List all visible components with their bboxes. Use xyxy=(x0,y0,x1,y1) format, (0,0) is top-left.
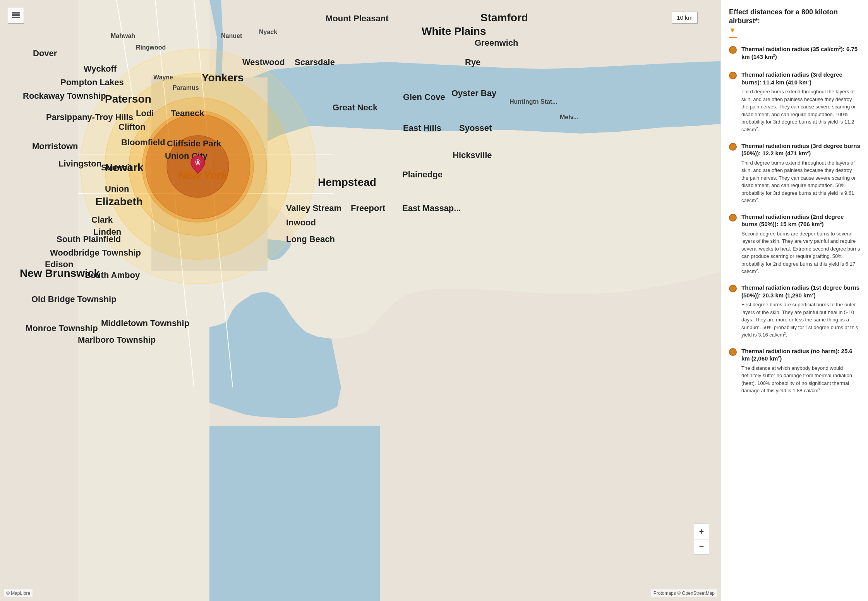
label-morristown: Morristown xyxy=(32,141,78,151)
label-mahwah: Mahwah xyxy=(111,33,135,39)
effect-content-5: Thermal radiation radius (1st degree bur… xyxy=(741,284,860,339)
label-teaneck: Teaneck xyxy=(171,108,204,118)
label-summit: Summit xyxy=(101,163,132,172)
effect-title-6: Thermal radiation radius (no harm): 25.6… xyxy=(741,347,860,362)
panel-divider xyxy=(729,37,737,38)
effect-desc-6: The distance at which anybody beyond wou… xyxy=(741,364,860,395)
effect-item-5: Thermal radiation radius (1st degree bur… xyxy=(729,284,860,339)
label-huntington: Huntingtn Stat... xyxy=(509,98,558,105)
label-woodbridge: Woodbridge Township xyxy=(50,248,141,258)
effect-item-2: Thermal radiation radius (3rd degree bur… xyxy=(729,71,860,133)
label-yonkers: Yonkers xyxy=(202,72,244,84)
effect-item-3: Thermal radiation radius (3rd degree bur… xyxy=(729,142,860,204)
effect-icon-4 xyxy=(729,214,737,222)
label-paramus: Paramus xyxy=(173,84,199,91)
label-greenwich: Greenwich xyxy=(475,38,518,48)
effect-content-6: Thermal radiation radius (no harm): 25.6… xyxy=(741,347,860,395)
svg-rect-20 xyxy=(12,14,20,16)
map-attribution: Protomaps © OpenStreetMap xyxy=(651,589,717,597)
label-pompton-lakes: Pompton Lakes xyxy=(60,77,124,87)
label-new-york: New York xyxy=(178,169,228,181)
effect-content-4: Thermal radiation radius (2nd degree bur… xyxy=(741,213,860,275)
zoom-in-button[interactable]: + xyxy=(694,524,709,539)
label-parsippany: Parsippany-Troy Hills xyxy=(46,112,133,122)
effect-title-3: Thermal radiation radius (3rd degree bur… xyxy=(741,142,860,157)
scale-bar: 10 km xyxy=(672,12,698,24)
effect-item-4: Thermal radiation radius (2nd degree bur… xyxy=(729,213,860,275)
label-stamford: Stamford xyxy=(480,12,528,24)
label-long-beach: Long Beach xyxy=(286,234,335,244)
label-old-bridge: Old Bridge Township xyxy=(31,294,117,304)
label-paterson: Paterson xyxy=(105,93,151,105)
effect-item-1: Thermal radiation radius (35 cal/cm2): 6… xyxy=(729,45,860,62)
effect-title-1: Thermal radiation radius (35 cal/cm2): 6… xyxy=(741,45,860,60)
effect-icon-6 xyxy=(729,348,737,356)
label-clifton: Clifton xyxy=(118,122,146,132)
map-controls: + − xyxy=(694,524,709,555)
label-rye: Rye xyxy=(465,57,480,67)
zoom-out-button[interactable]: − xyxy=(694,539,709,555)
label-ringwood: Ringwood xyxy=(136,44,166,51)
scale-label: 10 km xyxy=(677,14,693,21)
effect-desc-5: First degree burns are superficial burns… xyxy=(741,301,860,339)
label-south-plainfield: South Plainfield xyxy=(57,234,121,244)
label-hempstead: Hempstead xyxy=(318,176,376,188)
effect-item-6: Thermal radiation radius (no harm): 25.6… xyxy=(729,347,860,395)
label-east-massap: East Massap... xyxy=(402,203,461,213)
label-cliffside-park: Cliffside Park xyxy=(167,139,221,148)
label-glen-cove: Glen Cove xyxy=(403,92,445,102)
label-nanuet: Nanuet xyxy=(221,33,242,39)
label-great-neck: Great Neck xyxy=(333,103,378,112)
label-oyster-bay: Oyster Bay xyxy=(451,88,497,98)
label-monroe: Monroe Township xyxy=(26,323,98,333)
effect-icon-5 xyxy=(729,285,737,292)
label-south-amboy: South Amboy xyxy=(85,270,140,280)
label-nyack: Nyack xyxy=(259,29,277,35)
label-clark: Clark xyxy=(91,215,113,225)
label-edison: Edison xyxy=(45,259,73,269)
svg-rect-21 xyxy=(12,17,20,18)
label-hicksville: Hicksville xyxy=(453,150,492,160)
layers-icon xyxy=(11,11,21,19)
label-bloomfield: Bloomfield xyxy=(121,137,165,147)
effect-content-2: Thermal radiation radius (3rd degree bur… xyxy=(741,71,860,133)
label-melv: Melv... xyxy=(560,114,578,120)
layer-control[interactable] xyxy=(8,8,24,24)
label-inwood: Inwood xyxy=(286,218,316,227)
label-white-plains: White Plains xyxy=(422,25,486,37)
label-syosset: Syosset xyxy=(459,123,492,133)
panel-title: Effect distances for a 800 kiloton airbu… xyxy=(729,8,860,35)
label-middletown: Middletown Township xyxy=(101,318,189,328)
effect-icon-3 xyxy=(729,143,737,151)
label-scarsdale: Scarsdale xyxy=(295,57,335,67)
label-wyckoff: Wyckoff xyxy=(84,64,117,74)
svg-rect-19 xyxy=(12,12,20,14)
label-east-hills: East Hills xyxy=(403,123,441,133)
label-valley-stream: Valley Stream xyxy=(286,203,341,213)
map-container: White Plains Stamford Yonkers Paterson N… xyxy=(0,0,721,601)
label-freeport: Freeport xyxy=(351,203,386,213)
label-dover: Dover xyxy=(33,48,57,58)
effect-desc-2: Third degree burns extend throughout the… xyxy=(741,88,860,133)
maplibre-attribution: © MapLibre xyxy=(4,589,33,597)
effect-icon-1 xyxy=(729,46,737,54)
effect-desc-3: Third degree burns extend throughout the… xyxy=(741,159,860,204)
label-westwood: Westwood xyxy=(242,57,285,67)
label-marlboro: Marlboro Township xyxy=(78,335,156,345)
label-lodi: Lodi xyxy=(136,108,154,118)
effect-title-5: Thermal radiation radius (1st degree bur… xyxy=(741,284,860,299)
effect-content-3: Thermal radiation radius (3rd degree bur… xyxy=(741,142,860,204)
right-panel: Effect distances for a 800 kiloton airbu… xyxy=(721,0,868,601)
effect-content-1: Thermal radiation radius (35 cal/cm2): 6… xyxy=(741,45,860,62)
effect-desc-4: Second degree burns are deeper burns to … xyxy=(741,230,860,275)
label-plainedge: Plainedge xyxy=(402,170,443,179)
label-union: Union xyxy=(105,184,129,194)
effect-icon-2 xyxy=(729,72,737,79)
effect-title-4: Thermal radiation radius (2nd degree bur… xyxy=(741,213,860,228)
label-livingston: Livingston xyxy=(58,159,101,168)
label-rockaway: Rockaway Township xyxy=(23,91,106,101)
effect-title-2: Thermal radiation radius (3rd degree bur… xyxy=(741,71,860,86)
label-mount-pleasant: Mount Pleasant xyxy=(326,14,389,23)
label-wayne: Wayne xyxy=(153,74,173,81)
svg-point-15 xyxy=(197,161,199,163)
